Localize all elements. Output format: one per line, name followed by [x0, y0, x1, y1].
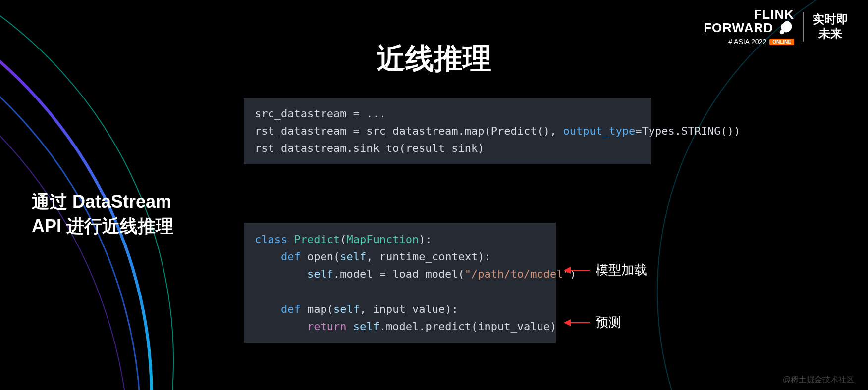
annotation-model-load: 模型加载 [565, 261, 647, 279]
code-block-bottom: class Predict(MapFunction): def open(sel… [244, 223, 556, 343]
tagline-line1: 实时即 [813, 12, 848, 27]
subtitle-line2: API 进行近线推理 [32, 214, 173, 239]
tagline-line2: 未来 [813, 27, 848, 41]
section-subtitle: 通过 DataStream API 进行近线推理 [32, 190, 173, 238]
online-badge: ONLINE [769, 39, 794, 45]
annotation-text-2: 预测 [596, 314, 621, 331]
subtitle-line1: 通过 DataStream [32, 190, 173, 214]
arrow-icon [565, 270, 590, 271]
brand-divider [803, 12, 804, 42]
brand-line2: FORWARD [704, 20, 773, 36]
page-title: 近线推理 [377, 40, 491, 78]
brand-line2-row: FORWARD [704, 19, 794, 37]
code-block-top: src_datastream = ... rst_datastream = sr… [244, 98, 651, 164]
brand-tagline: 实时即 未来 [813, 12, 848, 41]
watermark: @稀土掘金技术社区 [783, 375, 854, 385]
brand-sub-text: # ASIA 2022 [728, 38, 766, 46]
annotation-predict: 预测 [565, 314, 621, 331]
brand-sub: # ASIA 2022 ONLINE [704, 38, 794, 46]
squirrel-icon [776, 19, 794, 37]
annotation-text-1: 模型加载 [596, 261, 647, 279]
brand-header: FLINK FORWARD # ASIA 2022 ONLINE 实时即 未来 [704, 8, 848, 46]
arrow-icon [565, 322, 590, 323]
